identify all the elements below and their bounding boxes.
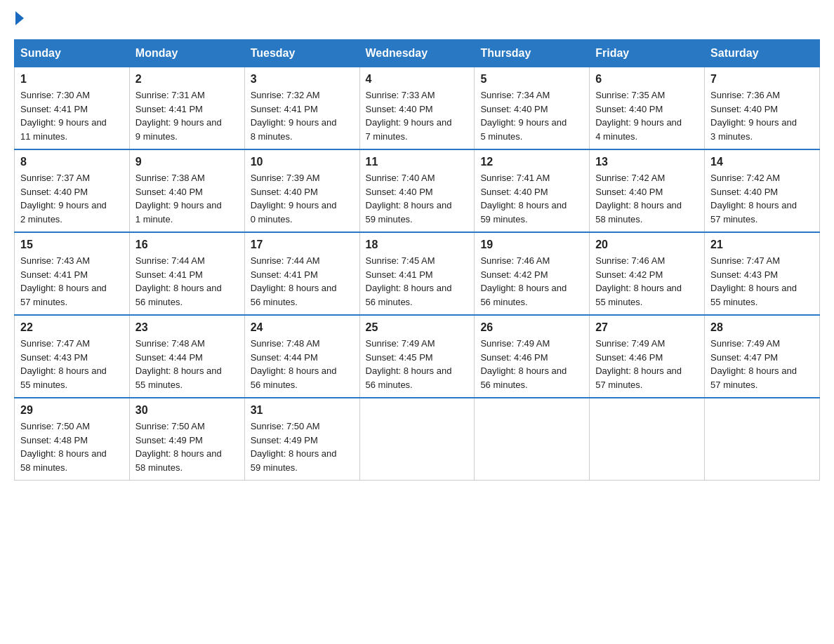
calendar-cell: 30 Sunrise: 7:50 AM Sunset: 4:49 PM Dayl… xyxy=(129,398,244,481)
weekday-header-tuesday: Tuesday xyxy=(244,40,359,67)
day-number: 27 xyxy=(595,321,699,334)
calendar-cell: 11 Sunrise: 7:40 AM Sunset: 4:40 PM Dayl… xyxy=(359,149,475,232)
calendar-body: 1 Sunrise: 7:30 AM Sunset: 4:41 PM Dayli… xyxy=(15,67,820,481)
day-info: Sunrise: 7:39 AM Sunset: 4:40 PM Dayligh… xyxy=(251,171,354,226)
day-number: 26 xyxy=(480,321,583,334)
calendar-cell xyxy=(590,398,705,481)
calendar-cell: 31 Sunrise: 7:50 AM Sunset: 4:49 PM Dayl… xyxy=(244,398,359,481)
day-number: 16 xyxy=(135,239,239,251)
day-number: 9 xyxy=(135,156,239,168)
day-number: 10 xyxy=(251,156,354,168)
day-info: Sunrise: 7:45 AM Sunset: 4:41 PM Dayligh… xyxy=(366,254,469,309)
week-row-5: 29 Sunrise: 7:50 AM Sunset: 4:48 PM Dayl… xyxy=(15,398,820,481)
day-info: Sunrise: 7:44 AM Sunset: 4:41 PM Dayligh… xyxy=(251,254,354,309)
day-number: 20 xyxy=(595,239,699,251)
weekday-header-saturday: Saturday xyxy=(705,40,820,67)
calendar-cell: 27 Sunrise: 7:49 AM Sunset: 4:46 PM Dayl… xyxy=(590,315,705,398)
calendar-cell xyxy=(705,398,820,481)
calendar-cell: 15 Sunrise: 7:43 AM Sunset: 4:41 PM Dayl… xyxy=(15,232,130,315)
calendar-cell: 29 Sunrise: 7:50 AM Sunset: 4:48 PM Dayl… xyxy=(15,398,130,481)
day-number: 6 xyxy=(595,73,699,86)
day-number: 29 xyxy=(20,404,124,417)
calendar-cell: 17 Sunrise: 7:44 AM Sunset: 4:41 PM Dayl… xyxy=(244,232,359,315)
day-info: Sunrise: 7:32 AM Sunset: 4:41 PM Dayligh… xyxy=(251,88,354,143)
logo xyxy=(14,14,24,25)
day-info: Sunrise: 7:49 AM Sunset: 4:46 PM Dayligh… xyxy=(480,337,583,391)
day-info: Sunrise: 7:46 AM Sunset: 4:42 PM Dayligh… xyxy=(595,254,699,309)
day-info: Sunrise: 7:42 AM Sunset: 4:40 PM Dayligh… xyxy=(710,171,814,226)
calendar-cell: 3 Sunrise: 7:32 AM Sunset: 4:41 PM Dayli… xyxy=(244,67,359,150)
day-number: 2 xyxy=(135,73,239,86)
weekday-header-thursday: Thursday xyxy=(475,40,590,67)
calendar-cell: 22 Sunrise: 7:47 AM Sunset: 4:43 PM Dayl… xyxy=(15,315,130,398)
calendar-cell: 6 Sunrise: 7:35 AM Sunset: 4:40 PM Dayli… xyxy=(590,67,705,150)
day-number: 7 xyxy=(710,73,814,86)
calendar-cell: 7 Sunrise: 7:36 AM Sunset: 4:40 PM Dayli… xyxy=(705,67,820,150)
calendar-cell: 9 Sunrise: 7:38 AM Sunset: 4:40 PM Dayli… xyxy=(129,149,244,232)
day-info: Sunrise: 7:50 AM Sunset: 4:49 PM Dayligh… xyxy=(135,420,239,474)
calendar-cell: 21 Sunrise: 7:47 AM Sunset: 4:43 PM Dayl… xyxy=(705,232,820,315)
day-info: Sunrise: 7:38 AM Sunset: 4:40 PM Dayligh… xyxy=(135,171,239,226)
header xyxy=(14,14,820,25)
calendar-cell: 14 Sunrise: 7:42 AM Sunset: 4:40 PM Dayl… xyxy=(705,149,820,232)
day-number: 19 xyxy=(480,239,583,251)
day-info: Sunrise: 7:40 AM Sunset: 4:40 PM Dayligh… xyxy=(366,171,469,226)
calendar-cell: 19 Sunrise: 7:46 AM Sunset: 4:42 PM Dayl… xyxy=(475,232,590,315)
calendar-cell xyxy=(475,398,590,481)
week-row-2: 8 Sunrise: 7:37 AM Sunset: 4:40 PM Dayli… xyxy=(15,149,820,232)
day-number: 12 xyxy=(480,156,583,168)
day-number: 23 xyxy=(135,321,239,334)
day-number: 28 xyxy=(710,321,814,334)
calendar-cell: 13 Sunrise: 7:42 AM Sunset: 4:40 PM Dayl… xyxy=(590,149,705,232)
calendar-cell: 4 Sunrise: 7:33 AM Sunset: 4:40 PM Dayli… xyxy=(359,67,475,150)
day-number: 11 xyxy=(366,156,469,168)
calendar-cell: 10 Sunrise: 7:39 AM Sunset: 4:40 PM Dayl… xyxy=(244,149,359,232)
weekday-header-friday: Friday xyxy=(590,40,705,67)
day-info: Sunrise: 7:37 AM Sunset: 4:40 PM Dayligh… xyxy=(20,171,124,226)
day-info: Sunrise: 7:49 AM Sunset: 4:45 PM Dayligh… xyxy=(366,337,469,391)
calendar-header: SundayMondayTuesdayWednesdayThursdayFrid… xyxy=(15,40,820,67)
week-row-3: 15 Sunrise: 7:43 AM Sunset: 4:41 PM Dayl… xyxy=(15,232,820,315)
day-number: 1 xyxy=(20,73,124,86)
calendar-cell: 26 Sunrise: 7:49 AM Sunset: 4:46 PM Dayl… xyxy=(475,315,590,398)
day-info: Sunrise: 7:44 AM Sunset: 4:41 PM Dayligh… xyxy=(135,254,239,309)
calendar-cell: 2 Sunrise: 7:31 AM Sunset: 4:41 PM Dayli… xyxy=(129,67,244,150)
calendar-cell: 20 Sunrise: 7:46 AM Sunset: 4:42 PM Dayl… xyxy=(590,232,705,315)
day-info: Sunrise: 7:35 AM Sunset: 4:40 PM Dayligh… xyxy=(595,88,699,143)
calendar-cell: 5 Sunrise: 7:34 AM Sunset: 4:40 PM Dayli… xyxy=(475,67,590,150)
day-info: Sunrise: 7:47 AM Sunset: 4:43 PM Dayligh… xyxy=(20,337,124,391)
day-info: Sunrise: 7:41 AM Sunset: 4:40 PM Dayligh… xyxy=(480,171,583,226)
day-info: Sunrise: 7:49 AM Sunset: 4:46 PM Dayligh… xyxy=(595,337,699,391)
day-info: Sunrise: 7:46 AM Sunset: 4:42 PM Dayligh… xyxy=(480,254,583,309)
calendar-cell: 28 Sunrise: 7:49 AM Sunset: 4:47 PM Dayl… xyxy=(705,315,820,398)
logo-triangle-icon xyxy=(15,11,24,25)
calendar-cell: 1 Sunrise: 7:30 AM Sunset: 4:41 PM Dayli… xyxy=(15,67,130,150)
weekday-header-monday: Monday xyxy=(129,40,244,67)
day-info: Sunrise: 7:31 AM Sunset: 4:41 PM Dayligh… xyxy=(135,88,239,143)
day-info: Sunrise: 7:47 AM Sunset: 4:43 PM Dayligh… xyxy=(710,254,814,309)
day-info: Sunrise: 7:30 AM Sunset: 4:41 PM Dayligh… xyxy=(20,88,124,143)
day-info: Sunrise: 7:33 AM Sunset: 4:40 PM Dayligh… xyxy=(366,88,469,143)
day-number: 21 xyxy=(710,239,814,251)
day-info: Sunrise: 7:36 AM Sunset: 4:40 PM Dayligh… xyxy=(710,88,814,143)
week-row-1: 1 Sunrise: 7:30 AM Sunset: 4:41 PM Dayli… xyxy=(15,67,820,150)
day-info: Sunrise: 7:50 AM Sunset: 4:48 PM Dayligh… xyxy=(20,420,124,474)
day-number: 5 xyxy=(480,73,583,86)
day-number: 31 xyxy=(251,404,354,417)
day-number: 24 xyxy=(251,321,354,334)
weekday-header-row: SundayMondayTuesdayWednesdayThursdayFrid… xyxy=(15,40,820,67)
weekday-header-sunday: Sunday xyxy=(15,40,130,67)
day-number: 17 xyxy=(251,239,354,251)
day-number: 30 xyxy=(135,404,239,417)
week-row-4: 22 Sunrise: 7:47 AM Sunset: 4:43 PM Dayl… xyxy=(15,315,820,398)
calendar-cell: 12 Sunrise: 7:41 AM Sunset: 4:40 PM Dayl… xyxy=(475,149,590,232)
day-info: Sunrise: 7:34 AM Sunset: 4:40 PM Dayligh… xyxy=(480,88,583,143)
day-info: Sunrise: 7:48 AM Sunset: 4:44 PM Dayligh… xyxy=(251,337,354,391)
day-number: 8 xyxy=(20,156,124,168)
day-info: Sunrise: 7:43 AM Sunset: 4:41 PM Dayligh… xyxy=(20,254,124,309)
day-info: Sunrise: 7:50 AM Sunset: 4:49 PM Dayligh… xyxy=(251,420,354,474)
calendar-table: SundayMondayTuesdayWednesdayThursdayFrid… xyxy=(14,39,820,481)
calendar-cell: 23 Sunrise: 7:48 AM Sunset: 4:44 PM Dayl… xyxy=(129,315,244,398)
day-number: 13 xyxy=(595,156,699,168)
day-number: 15 xyxy=(20,239,124,251)
